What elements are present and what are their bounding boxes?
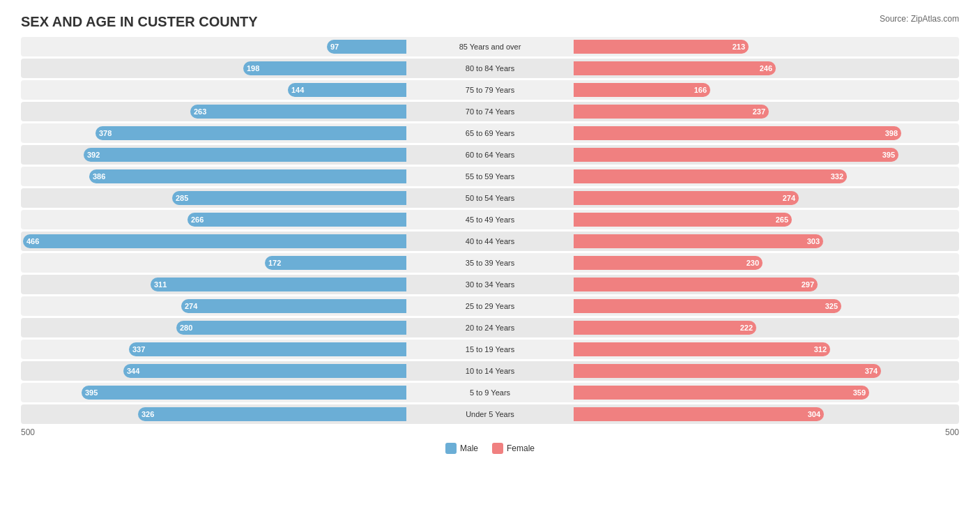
row-label: 45 to 49 Years	[406, 215, 574, 224]
legend-male-label: Male	[460, 443, 478, 453]
row-label: 30 to 34 Years	[406, 280, 574, 289]
bar-row: 9785 Years and over213	[21, 37, 959, 56]
bar-row: 31130 to 34 Years297	[21, 275, 959, 294]
bar-row: 27425 to 29 Years325	[21, 296, 959, 316]
bar-row: 38655 to 59 Years332	[21, 167, 959, 186]
chart-body: 9785 Years and over21319880 to 84 Years2…	[21, 37, 959, 424]
bar-row: 34410 to 14 Years374	[21, 361, 959, 381]
chart-title: SEX AND AGE IN CUSTER COUNTY	[21, 14, 959, 30]
bar-row: 28020 to 24 Years222	[21, 318, 959, 337]
legend-female-label: Female	[507, 443, 535, 453]
bar-row: 39260 to 64 Years395	[21, 145, 959, 165]
bar-row: 326Under 5 Years304	[21, 404, 959, 424]
legend-female-box	[492, 443, 503, 454]
row-label: 50 to 54 Years	[406, 194, 574, 202]
bar-row: 26645 to 49 Years265	[21, 210, 959, 229]
source-text: Source: ZipAtlas.com	[880, 14, 959, 24]
legend: Male Female	[21, 443, 959, 454]
legend-male: Male	[445, 443, 478, 454]
row-label: 25 to 29 Years	[406, 302, 574, 310]
row-label: 60 to 64 Years	[406, 151, 574, 159]
legend-female: Female	[492, 443, 535, 454]
row-label: 85 Years and over	[406, 43, 574, 51]
row-label: 20 to 24 Years	[406, 324, 574, 332]
bar-row: 28550 to 54 Years274	[21, 188, 959, 208]
legend-male-box	[445, 443, 457, 454]
chart-container: SEX AND AGE IN CUSTER COUNTY Source: Zip…	[0, 0, 980, 516]
row-label: 55 to 59 Years	[406, 172, 574, 181]
row-label: 35 to 39 Years	[406, 259, 574, 267]
row-label: 15 to 19 Years	[406, 345, 574, 354]
bar-row: 26370 to 74 Years237	[21, 102, 959, 121]
bar-row: 19880 to 84 Years246	[21, 59, 959, 78]
row-label: 70 to 74 Years	[406, 107, 574, 116]
bar-row: 33715 to 19 Years312	[21, 340, 959, 359]
axis-left-label: 500	[21, 427, 35, 437]
bar-row: 14475 to 79 Years166	[21, 80, 959, 100]
bar-row: 3955 to 9 Years359	[21, 383, 959, 402]
axis-right-label: 500	[945, 427, 959, 437]
axis-bottom: 500 500	[21, 427, 959, 437]
row-label: Under 5 Years	[406, 410, 574, 418]
row-label: 65 to 69 Years	[406, 129, 574, 137]
row-label: 75 to 79 Years	[406, 86, 574, 94]
row-label: 40 to 44 Years	[406, 237, 574, 245]
bar-row: 46640 to 44 Years303	[21, 232, 959, 251]
bar-row: 17235 to 39 Years230	[21, 253, 959, 273]
row-label: 80 to 84 Years	[406, 64, 574, 73]
bar-row: 37865 to 69 Years398	[21, 123, 959, 143]
row-label: 10 to 14 Years	[406, 367, 574, 375]
row-label: 5 to 9 Years	[406, 388, 574, 397]
